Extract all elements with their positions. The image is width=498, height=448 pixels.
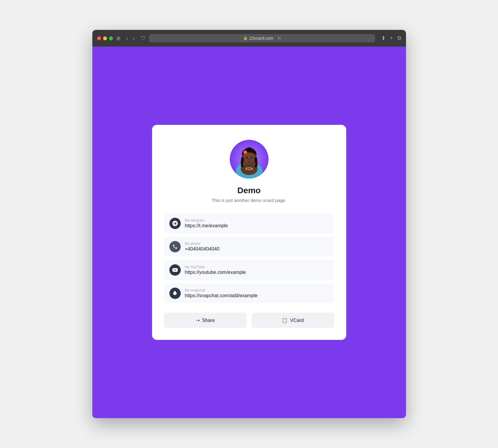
- youtube-label: My YouTube: [185, 265, 246, 269]
- address-bar[interactable]: 🔒 22vcard.com ↻: [149, 34, 375, 42]
- vcard-name: Demo: [237, 186, 261, 195]
- browser-actions: ⬆ + ⧉: [381, 35, 401, 42]
- traffic-light-red[interactable]: [97, 36, 101, 40]
- browser-window: ⊞ ‹ › 🛡 🔒 22vcard.com ↻ ⬆ + ⧉: [92, 30, 406, 418]
- lock-icon: 🔒: [243, 36, 248, 40]
- tabs-icon[interactable]: ⧉: [397, 35, 401, 42]
- phone-label: My phone: [185, 242, 220, 246]
- share-browser-icon[interactable]: ⬆: [381, 35, 386, 42]
- contact-item-youtube[interactable]: My YouTube https://youtube.com/example: [164, 260, 334, 280]
- forward-button[interactable]: ›: [132, 35, 136, 42]
- svg-point-14: [245, 152, 246, 153]
- share-icon: ⇢: [196, 317, 200, 323]
- reload-icon[interactable]: ↻: [278, 36, 281, 41]
- snapchat-value: https://snapchat.com/add/example: [185, 293, 258, 298]
- telegram-contact-text: My telegram https://t.me/example: [185, 218, 228, 228]
- phone-value: +404040404040: [185, 246, 220, 252]
- snapchat-contact-text: My snapchat https://snapchat.com/add/exa…: [185, 288, 258, 298]
- avatar: [230, 140, 269, 179]
- vcard-label: VCard: [290, 318, 304, 323]
- vcard-container: Demo This is just another demo vcard pag…: [152, 125, 346, 340]
- traffic-light-green[interactable]: [109, 36, 113, 40]
- traffic-light-yellow[interactable]: [103, 36, 107, 40]
- traffic-lights: [97, 36, 113, 40]
- svg-point-11: [248, 159, 250, 160]
- new-tab-icon[interactable]: +: [390, 35, 393, 42]
- youtube-icon: [169, 264, 181, 276]
- youtube-contact-text: My YouTube https://youtube.com/example: [185, 265, 246, 275]
- snapchat-label: My snapchat: [185, 288, 258, 292]
- share-button[interactable]: ⇢ Share: [164, 313, 247, 328]
- svg-point-9: [246, 157, 247, 159]
- contact-list: My telegram https://t.me/example My phon…: [164, 214, 334, 303]
- contact-item-phone[interactable]: My phone +404040404040: [164, 237, 334, 257]
- vcard-icon: 📋: [282, 317, 288, 323]
- youtube-value: https://youtube.com/example: [185, 270, 246, 275]
- action-buttons: ⇢ Share 📋 VCard: [164, 313, 334, 328]
- back-button[interactable]: ‹: [125, 35, 129, 42]
- browser-controls: ‹ ›: [125, 35, 136, 42]
- telegram-label: My telegram: [185, 218, 228, 223]
- vcard-bio: This is just another demo vcard page.: [212, 198, 286, 203]
- shield-icon: 🛡: [141, 36, 145, 41]
- sidebar-toggle-icon[interactable]: ⊞: [117, 36, 120, 41]
- telegram-icon: [169, 218, 181, 229]
- browser-content: Demo This is just another demo vcard pag…: [92, 47, 406, 418]
- browser-chrome: ⊞ ‹ › 🛡 🔒 22vcard.com ↻ ⬆ + ⧉: [92, 30, 406, 47]
- phone-icon: [169, 241, 181, 252]
- url-text: 22vcard.com: [249, 36, 273, 41]
- share-label: Share: [202, 318, 215, 323]
- snapchat-icon: [169, 288, 181, 299]
- vcard-button[interactable]: 📋 VCard: [252, 313, 334, 328]
- contact-item-snapchat[interactable]: My snapchat https://snapchat.com/add/exa…: [164, 283, 334, 303]
- contact-item-telegram[interactable]: My telegram https://t.me/example: [164, 214, 334, 233]
- telegram-value: https://t.me/example: [185, 223, 228, 228]
- phone-contact-text: My phone +404040404040: [185, 242, 220, 252]
- svg-point-10: [251, 157, 252, 159]
